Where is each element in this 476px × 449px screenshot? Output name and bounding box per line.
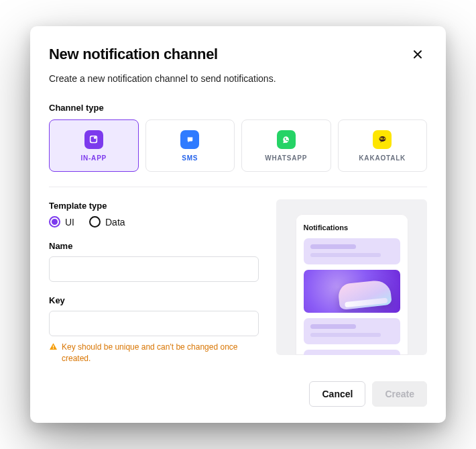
- key-label: Key: [49, 295, 259, 305]
- template-option-label: UI: [65, 217, 74, 228]
- svg-point-3: [94, 137, 97, 140]
- close-button[interactable]: [408, 45, 427, 64]
- preview-panel: Notifications: [276, 199, 427, 355]
- key-hint: Key should be unique and can't be change…: [49, 342, 259, 363]
- cancel-button[interactable]: Cancel: [309, 381, 365, 407]
- radio-icon: [49, 216, 60, 228]
- inapp-icon: [84, 130, 103, 149]
- channel-option-label: KAKAOTALK: [359, 154, 406, 162]
- channel-option-label: WHATSAPP: [265, 154, 307, 162]
- divider: [49, 187, 427, 187]
- svg-rect-9: [53, 346, 54, 348]
- preview-notif-card: [304, 350, 400, 355]
- svg-text:TALK: TALK: [379, 138, 386, 141]
- channel-type-options: IN-APP SMS: [49, 119, 427, 172]
- key-input[interactable]: [49, 311, 259, 336]
- sms-icon: [180, 130, 199, 149]
- svg-point-10: [53, 348, 54, 349]
- preview-phone: Notifications: [296, 214, 408, 355]
- channel-type-label: Channel type: [49, 103, 427, 113]
- create-button[interactable]: Create: [372, 381, 427, 407]
- preview-notif-card: [304, 318, 400, 344]
- kakaotalk-icon: TALK: [373, 130, 392, 149]
- template-type-options: UI Data: [49, 216, 259, 228]
- form-column: Template type UI Data Name Key: [49, 199, 259, 363]
- channel-option-sms[interactable]: SMS: [145, 119, 235, 172]
- name-input[interactable]: [49, 256, 259, 282]
- modal-description: Create a new notification channel to sen…: [49, 73, 427, 84]
- new-channel-modal: New notification channel Create a new no…: [30, 26, 446, 422]
- name-label: Name: [49, 241, 259, 251]
- template-type-label: Template type: [49, 201, 259, 211]
- shoe-icon: [337, 279, 392, 310]
- channel-option-kakaotalk[interactable]: TALK KAKAOTALK: [338, 119, 428, 172]
- preview-notif-card: [304, 238, 400, 264]
- preview-title: Notifications: [304, 223, 400, 232]
- modal-footer: Cancel Create: [49, 381, 427, 407]
- template-option-data[interactable]: Data: [89, 216, 125, 228]
- whatsapp-icon: [277, 130, 296, 149]
- template-option-ui[interactable]: UI: [49, 216, 74, 228]
- key-hint-text: Key should be unique and can't be change…: [62, 342, 259, 363]
- channel-option-label: SMS: [182, 154, 198, 162]
- template-option-label: Data: [105, 217, 125, 228]
- modal-title: New notification channel: [49, 46, 218, 63]
- preview-notif-hero: [304, 270, 400, 313]
- channel-option-whatsapp[interactable]: WHATSAPP: [241, 119, 331, 172]
- warning-icon: [49, 342, 58, 351]
- modal-header: New notification channel: [49, 45, 427, 64]
- close-icon: [412, 49, 423, 60]
- channel-option-label: IN-APP: [80, 154, 107, 162]
- channel-option-inapp[interactable]: IN-APP: [49, 119, 139, 172]
- radio-icon: [89, 216, 101, 228]
- modal-backdrop: New notification channel Create a new no…: [0, 0, 476, 449]
